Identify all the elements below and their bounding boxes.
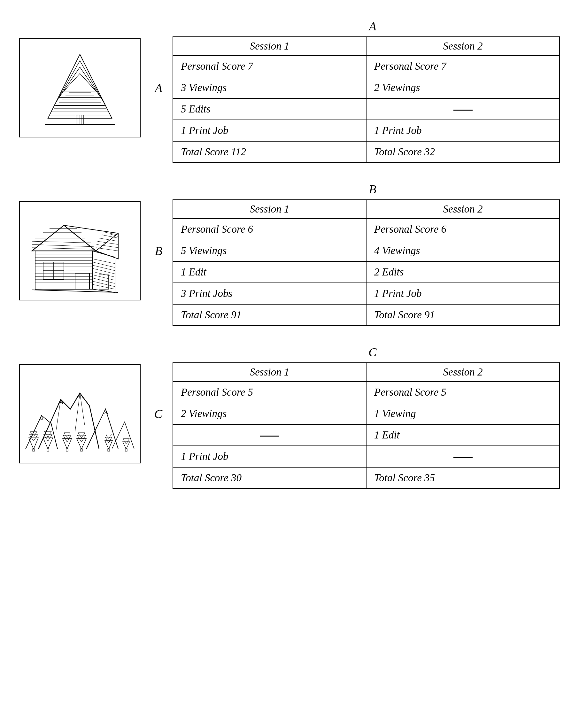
cell-b-3-s1: 3 Print Jobs	[173, 283, 366, 304]
tree-image	[38, 45, 122, 131]
cell-b-4-s2: Total Score 91	[366, 304, 559, 326]
image-a	[19, 38, 140, 137]
cell-a-1-s2: 2 Viewings	[366, 77, 559, 99]
svg-marker-85	[123, 442, 130, 449]
svg-marker-86	[123, 439, 129, 444]
cell-a-2-s1: 5 Edits	[173, 99, 366, 120]
svg-marker-69	[43, 438, 53, 449]
svg-line-49	[93, 268, 115, 274]
svg-marker-83	[106, 434, 111, 439]
cell-a-3-s2: 1 Print Job	[366, 120, 559, 141]
session2-header-a: Session 2	[366, 37, 559, 56]
cell-a-0-s2: Personal Score 7	[366, 56, 559, 77]
svg-marker-18	[93, 251, 115, 292]
table-row: Total Score 30 Total Score 35	[173, 467, 559, 489]
svg-line-48	[93, 265, 115, 271]
cell-c-1-s1: 2 Viewings	[173, 403, 366, 424]
cell-c-0-s2: Personal Score 5	[366, 382, 559, 403]
svg-line-23	[32, 241, 91, 243]
image-label-a: A	[155, 81, 162, 95]
svg-marker-4	[59, 67, 101, 98]
dash-icon	[453, 110, 473, 110]
table-row: 1 Print Job	[173, 446, 559, 467]
table-section-b: B Session 1 Session 2 Personal Score 6 P…	[173, 182, 560, 326]
table-row: 1 Print Job 1 Print Job	[173, 120, 559, 141]
session2-header-b: Session 2	[366, 200, 559, 218]
svg-marker-82	[105, 437, 112, 443]
cell-c-1-s2: 1 Viewing	[366, 403, 559, 424]
svg-marker-81	[105, 440, 112, 449]
image-label-c: C	[154, 407, 162, 421]
table-row: Total Score 112 Total Score 32	[173, 141, 559, 163]
table-row: 1 Edit 2 Edits	[173, 261, 559, 283]
cell-a-2-s2	[366, 99, 559, 120]
section-b: B B Session 1 Session 2 Personal Score 6…	[19, 182, 560, 326]
table-row: 5 Viewings 4 Viewings	[173, 240, 559, 261]
cell-c-4-s2: Total Score 35	[366, 467, 559, 489]
cell-c-3-s1: 1 Print Job	[173, 446, 366, 467]
table-section-c: C Session 1 Session 2 Personal Score 5 P…	[173, 345, 560, 489]
svg-line-25	[32, 248, 95, 249]
data-table-a: Session 1 Session 2 Personal Score 7 Per…	[173, 36, 560, 163]
table-title-b: B	[185, 182, 560, 196]
section-a: A A Session 1 Session 2 Personal Score 7…	[19, 19, 560, 163]
table-row: 1 Edit	[173, 424, 559, 446]
table-title-a: A	[185, 19, 560, 33]
cell-a-4-s1: Total Score 112	[173, 141, 366, 163]
data-table-b: Session 1 Session 2 Personal Score 6 Per…	[173, 200, 560, 326]
svg-marker-73	[63, 439, 72, 449]
image-b	[19, 201, 140, 301]
svg-rect-59	[99, 275, 109, 289]
house-image	[26, 206, 134, 295]
cell-b-2-s2: 2 Edits	[366, 261, 559, 283]
table-row: Total Score 91 Total Score 91	[173, 304, 559, 326]
session1-header-b: Session 1	[173, 200, 366, 218]
svg-line-33	[97, 244, 118, 248]
cell-c-2-s1	[173, 424, 366, 446]
mountain-image	[22, 367, 137, 460]
table-section-a: A Session 1 Session 2 Personal Score 7 P…	[173, 19, 560, 163]
cell-c-4-s1: Total Score 30	[173, 467, 366, 489]
table-row: Personal Score 5 Personal Score 5	[173, 382, 559, 403]
svg-line-34	[96, 248, 118, 251]
svg-line-52	[93, 278, 115, 283]
cell-c-0-s1: Personal Score 5	[173, 382, 366, 403]
svg-line-50	[93, 271, 115, 277]
table-title-c: C	[185, 345, 560, 359]
session2-header-c: Session 2	[366, 363, 559, 382]
cell-b-0-s1: Personal Score 6	[173, 218, 366, 240]
cell-b-2-s1: 1 Edit	[173, 261, 366, 283]
table-row: Personal Score 7 Personal Score 7	[173, 56, 559, 77]
table-row: Personal Score 6 Personal Score 6	[173, 218, 559, 240]
cell-c-3-s2	[366, 446, 559, 467]
cell-b-0-s2: Personal Score 6	[366, 218, 559, 240]
cell-a-3-s1: 1 Print Job	[173, 120, 366, 141]
svg-line-54	[93, 284, 115, 289]
cell-b-1-s2: 4 Viewings	[366, 240, 559, 261]
dash-icon	[453, 457, 473, 458]
svg-line-53	[93, 281, 115, 287]
svg-marker-77	[77, 439, 86, 449]
session1-header-c: Session 1	[173, 363, 366, 382]
image-c	[19, 364, 140, 463]
svg-rect-58	[75, 273, 89, 289]
table-row: 2 Viewings 1 Viewing	[173, 403, 559, 424]
cell-b-4-s1: Total Score 91	[173, 304, 366, 326]
image-label-b: B	[155, 244, 162, 258]
cell-a-1-s1: 3 Viewings	[173, 77, 366, 99]
table-row: 5 Edits	[173, 99, 559, 120]
table-row: 3 Viewings 2 Viewings	[173, 77, 559, 99]
cell-a-0-s1: Personal Score 7	[173, 56, 366, 77]
cell-a-4-s2: Total Score 32	[366, 141, 559, 163]
cell-b-3-s2: 1 Print Job	[366, 283, 559, 304]
data-table-c: Session 1 Session 2 Personal Score 5 Per…	[173, 362, 560, 489]
svg-line-24	[32, 244, 94, 247]
svg-line-63	[75, 393, 80, 432]
dash-icon	[260, 436, 279, 437]
cell-b-1-s1: 5 Viewings	[173, 240, 366, 261]
section-c: C C Session 1 Session 2 Personal Score 5…	[19, 345, 560, 489]
cell-c-2-s2: 1 Edit	[366, 424, 559, 446]
svg-line-51	[93, 275, 115, 280]
session1-header-a: Session 1	[173, 37, 366, 56]
table-row: 3 Print Jobs 1 Print Job	[173, 283, 559, 304]
